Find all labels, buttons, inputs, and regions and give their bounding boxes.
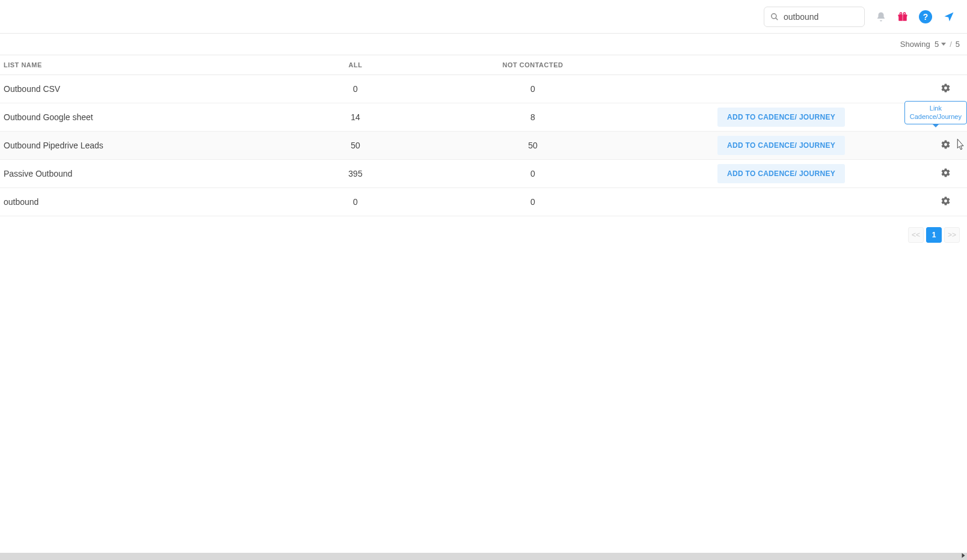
list-name[interactable]: Outbound Google sheet	[4, 112, 280, 122]
svg-line-1	[776, 17, 778, 20]
svg-point-5	[900, 13, 901, 14]
svg-point-0	[772, 13, 776, 18]
topbar: ?	[0, 0, 967, 34]
table-body: Outbound CSV00Outbound Google sheet148AD…	[0, 75, 967, 216]
not-contacted-count: 0	[431, 169, 635, 178]
chevron-down-icon	[941, 43, 946, 46]
gear-cell	[927, 83, 963, 95]
action-cell: ADD TO CADENCE/ JOURNEY	[635, 164, 927, 183]
not-contacted-count: 8	[431, 112, 635, 122]
table-row[interactable]: Outbound Google sheet148ADD TO CADENCE/ …	[0, 103, 967, 132]
add-to-cadence-button[interactable]: ADD TO CADENCE/ JOURNEY	[717, 136, 845, 155]
col-gear	[927, 61, 963, 68]
search-field-wrap[interactable]	[764, 7, 865, 27]
all-count: 395	[280, 169, 431, 178]
table-header: LIST NAME ALL NOT CONTACTED	[0, 55, 967, 75]
list-name[interactable]: outbound	[4, 197, 280, 207]
page-prev[interactable]: <<	[908, 227, 924, 243]
col-not-contacted[interactable]: NOT CONTACTED	[431, 61, 635, 68]
all-count: 50	[280, 141, 431, 150]
perpage-dropdown[interactable]: 5	[935, 40, 946, 49]
table-row[interactable]: Outbound Pipedrive Leads5050ADD TO CADEN…	[0, 132, 967, 160]
page-button[interactable]: 1	[926, 227, 942, 243]
gear-cell	[927, 139, 963, 151]
separator: /	[950, 40, 952, 49]
gear-icon[interactable]	[941, 168, 951, 178]
all-count: 0	[280, 84, 431, 94]
perpage-value: 5	[935, 40, 939, 49]
action-cell: ADD TO CADENCE/ JOURNEY	[635, 136, 927, 155]
col-name[interactable]: LIST NAME	[4, 61, 280, 68]
results-summary: Showing 5 / 5	[0, 34, 967, 55]
add-to-cadence-button[interactable]: ADD TO CADENCE/ JOURNEY	[717, 108, 845, 127]
add-to-cadence-button[interactable]: ADD TO CADENCE/ JOURNEY	[717, 164, 845, 183]
cursor-icon	[954, 138, 965, 153]
action-cell: ADD TO CADENCE/ JOURNEY	[635, 108, 927, 127]
link-cadence-tooltip: LinkCadence/Journey	[904, 101, 967, 124]
help-icon[interactable]: ?	[919, 10, 932, 23]
gear-icon[interactable]	[941, 83, 951, 93]
gear-cell	[927, 196, 963, 208]
not-contacted-count: 0	[431, 84, 635, 94]
all-count: 14	[280, 112, 431, 122]
table-row[interactable]: outbound00	[0, 188, 967, 216]
table-row[interactable]: Passive Outbound3950ADD TO CADENCE/ JOUR…	[0, 160, 967, 188]
list-name[interactable]: Outbound CSV	[4, 84, 280, 94]
gift-icon[interactable]	[897, 11, 908, 22]
gear-icon[interactable]	[941, 139, 951, 150]
all-count: 0	[280, 197, 431, 207]
pagination: << 1 >>	[0, 216, 967, 254]
not-contacted-count: 50	[431, 141, 635, 150]
search-icon	[770, 13, 779, 21]
showing-label: Showing	[900, 40, 930, 49]
list-name[interactable]: Passive Outbound	[4, 169, 280, 178]
gear-cell	[927, 168, 963, 180]
search-input[interactable]	[779, 12, 858, 22]
svg-point-6	[903, 13, 905, 14]
send-icon[interactable]	[943, 11, 955, 23]
not-contacted-count: 0	[431, 197, 635, 207]
col-all[interactable]: ALL	[280, 61, 431, 68]
total-count: 5	[956, 40, 960, 49]
list-name[interactable]: Outbound Pipedrive Leads	[4, 141, 280, 150]
bell-icon[interactable]	[876, 11, 886, 22]
table-row[interactable]: Outbound CSV00	[0, 75, 967, 103]
lists-table: LIST NAME ALL NOT CONTACTED Outbound CSV…	[0, 55, 967, 216]
col-action	[635, 61, 927, 68]
svg-rect-4	[902, 14, 903, 21]
page-next[interactable]: >>	[944, 227, 960, 243]
gear-icon[interactable]	[941, 196, 951, 206]
